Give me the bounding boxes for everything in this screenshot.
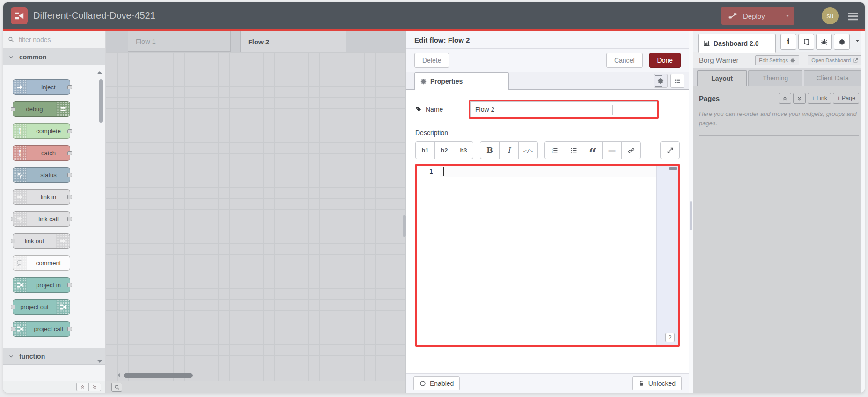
open-dashboard-button[interactable]: Open Dashboard (808, 55, 862, 65)
tab-flow-2[interactable]: Flow 2 (240, 31, 346, 52)
info-button[interactable]: i (780, 34, 796, 50)
description-view-button[interactable] (670, 74, 684, 88)
flow-lock-toggle[interactable]: Unlocked (632, 376, 682, 390)
properties-view-button[interactable] (654, 74, 668, 88)
node-output-port[interactable] (67, 151, 72, 155)
palette-node-inject[interactable]: inject (13, 79, 70, 95)
node-output-port[interactable] (67, 327, 72, 331)
tab-theming[interactable]: Theming (748, 70, 802, 86)
node-input-port[interactable] (11, 327, 15, 331)
move-down-button[interactable] (793, 93, 806, 104)
palette-node-link-call[interactable]: link call (13, 211, 70, 227)
node-output-port[interactable] (67, 217, 72, 221)
node-output-port[interactable] (67, 283, 72, 287)
gear-icon (420, 79, 427, 85)
palette-node-status[interactable]: status (13, 167, 70, 183)
palette-scroll-up-icon[interactable] (96, 69, 103, 76)
toolbar-expand-editor-button[interactable] (660, 141, 680, 159)
palette-category-function[interactable]: function (3, 348, 105, 365)
description-editor[interactable]: 1 ? (417, 166, 678, 345)
link-arrow-icon (56, 234, 70, 248)
node-red-logo-icon (14, 11, 24, 21)
toolbar-italic-button[interactable]: I (499, 141, 519, 159)
palette-node-debug[interactable]: debug (13, 101, 70, 117)
palette-node-project-out[interactable]: project out (13, 299, 70, 315)
dashboard-tab-label: Dashboard 2.0 (714, 40, 758, 47)
add-page-button[interactable]: + Page (833, 93, 859, 104)
flow-enabled-toggle[interactable]: Enabled (413, 376, 460, 390)
main-menu-button[interactable] (847, 10, 859, 22)
toolbar-code-button[interactable]: </> (518, 141, 538, 159)
palette-scroll-down-icon[interactable] (96, 358, 103, 365)
canvas-hscrollbar-thumb[interactable] (124, 373, 193, 378)
collapse-categories-button[interactable] (76, 383, 89, 391)
category-label: function (19, 353, 45, 360)
book-button[interactable] (798, 34, 814, 50)
palette-node-project-call[interactable]: project call (13, 321, 70, 337)
palette-node-link-out[interactable]: link out (13, 233, 70, 249)
node-input-port[interactable] (11, 107, 15, 111)
pages-heading: Pages (699, 94, 777, 102)
palette-node-complete[interactable]: !complete (13, 123, 70, 139)
node-output-port[interactable] (67, 173, 72, 177)
palette-category-common[interactable]: common (3, 49, 105, 65)
palette-scrollbar-thumb[interactable] (99, 79, 103, 123)
expand-categories-button[interactable] (88, 383, 101, 391)
flow-canvas[interactable] (106, 52, 405, 381)
caret-down-icon[interactable] (855, 38, 860, 43)
tab-client-data[interactable]: Client Data (804, 70, 861, 86)
toolbar-ordered-list-button[interactable]: 123 (544, 141, 564, 159)
node-output-port[interactable] (67, 195, 72, 199)
toolbar-heading-3-button[interactable]: h3 (454, 141, 473, 159)
palette-node-comment[interactable]: comment (13, 255, 70, 271)
flow-name-input[interactable] (470, 101, 657, 117)
node-input-port[interactable] (11, 305, 15, 309)
canvas-search-button[interactable] (111, 383, 122, 392)
bug-button[interactable] (816, 34, 832, 50)
panel-resize-handle[interactable] (403, 215, 406, 237)
italic-icon: I (508, 146, 510, 155)
done-button[interactable]: Done (649, 53, 681, 68)
deploy-button[interactable]: Deploy (721, 7, 794, 25)
toolbar-hyperlink-button[interactable] (621, 141, 641, 159)
chevron-down-icon (9, 55, 14, 59)
editor-scrollbar-thumb[interactable] (669, 167, 677, 170)
palette-filter-input[interactable] (18, 36, 88, 44)
deploy-options-button[interactable] (780, 7, 794, 25)
tab-layout[interactable]: Layout (697, 70, 747, 86)
node-output-port[interactable] (67, 129, 72, 133)
toolbar-blockquote-button[interactable]: “ (583, 141, 603, 159)
cancel-button[interactable]: Cancel (606, 53, 643, 68)
editor-help-button[interactable]: ? (665, 333, 675, 342)
tab-flow-1[interactable]: Flow 1 (128, 31, 231, 52)
toolbar-heading-2-button[interactable]: h2 (434, 141, 454, 159)
edit-panel-title: Edit flow: Flow 2 (406, 31, 689, 49)
tab-dashboard-2[interactable]: Dashboard 2.0 (698, 34, 776, 53)
palette-node-project-in[interactable]: project in (13, 277, 70, 293)
edit-panel-scrollbar-thumb[interactable] (690, 201, 692, 230)
edit-panel-buttons: Delete Cancel Done (406, 49, 689, 72)
toolbar-unordered-list-button[interactable] (564, 141, 583, 159)
palette-node-catch[interactable]: !catch (13, 145, 70, 161)
canvas-scroll-left-icon[interactable] (115, 372, 122, 379)
palette-node-link-in[interactable]: link in (13, 189, 70, 205)
node-output-port[interactable] (67, 85, 72, 89)
add-link-button[interactable]: + Link (808, 93, 831, 104)
bug-icon (821, 38, 828, 45)
sidebar-scrollbar[interactable] (861, 31, 865, 393)
delete-button[interactable]: Delete (414, 53, 449, 68)
node-input-port[interactable] (11, 239, 15, 243)
palette-filter[interactable] (3, 31, 105, 49)
toolbar-heading-1-button[interactable]: h1 (415, 141, 435, 159)
node-red-logo[interactable] (11, 7, 28, 24)
gear-button[interactable] (834, 34, 850, 50)
workspace-title: Different-Collared-Dove-4521 (33, 10, 155, 21)
node-input-port[interactable] (11, 217, 15, 221)
toolbar-horizontal-rule-button[interactable]: — (602, 141, 622, 159)
edit-settings-button[interactable]: Edit Settings (755, 55, 799, 65)
move-up-button[interactable] (779, 93, 791, 104)
user-avatar[interactable]: su (822, 7, 839, 24)
toolbar-bold-button[interactable]: B (480, 141, 500, 159)
tab-properties[interactable]: Properties (414, 72, 509, 90)
edit-panel-scrollbar[interactable] (689, 31, 693, 393)
